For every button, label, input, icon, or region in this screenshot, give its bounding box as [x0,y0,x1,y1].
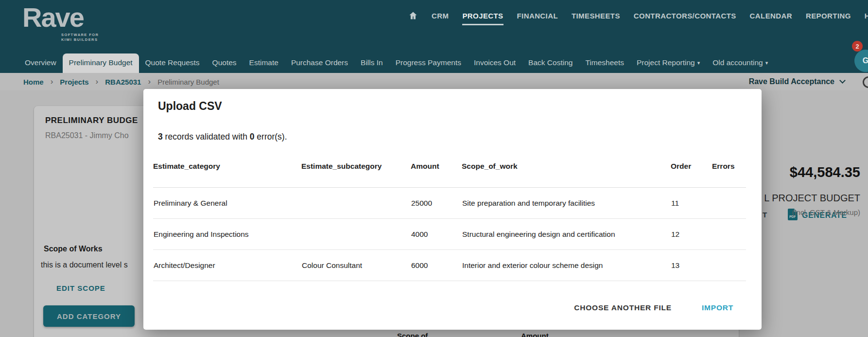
project-tab-label: Quotes [212,58,237,67]
cell-order: 11 [671,188,712,219]
project-tab[interactable]: Project Reporting▾ [630,53,706,73]
project-tab[interactable]: Back Costing▾ [522,53,579,73]
table-header-cell: Order [671,157,712,188]
project-tab-label: Back Costing [528,58,573,67]
cell-scope-of-work: Interior and exterior colour scheme desi… [462,250,671,281]
home-icon[interactable] [408,11,418,20]
cell-scope-of-work: Structural engineering design and certif… [462,219,671,250]
dropdown-caret-icon: ▾ [765,60,768,66]
project-tab[interactable]: Timesheets▾ [579,53,630,73]
summary-text: records validated with [165,132,247,142]
project-tab[interactable]: Invoices Out▾ [468,53,522,73]
top-nav-item[interactable]: TIMESHEETS [572,12,620,20]
table-header-cell: Estimate_subcategory [301,157,411,188]
project-tab[interactable]: Old accounting▾ [706,53,774,73]
notification-badge[interactable]: 2 [852,41,863,52]
project-tab[interactable]: Estimate▾ [243,53,285,73]
table-header-cell: Amount [411,157,462,188]
modal-title: Upload CSV [158,100,222,113]
cell-amount: 6000 [411,250,462,281]
top-nav-item[interactable]: CRM [432,12,449,20]
project-tab[interactable]: Purchase Orders▾ [285,53,354,73]
records-count: 3 [158,132,163,142]
cell-estimate-subcategory [301,188,411,219]
cell-order: 13 [671,250,712,281]
logo-tagline: SOFTWARE FOR KIWI BUILDERS [22,33,99,42]
project-tab-label: Old accounting [712,58,763,67]
top-nav-item[interactable]: CALENDAR [750,12,792,20]
top-header: Rave SOFTWARE FOR KIWI BUILDERS CRM PROJ… [0,0,868,73]
upload-csv-modal: Upload CSV 3 records validated with 0 er… [143,89,762,330]
project-tab-label: Preliminary Budget [69,58,133,67]
top-nav-item[interactable]: H [865,12,868,20]
cell-amount: 4000 [411,219,462,250]
project-tab-label: Overview [25,58,56,67]
rave-logo[interactable]: Rave SOFTWARE FOR KIWI BUILDERS [22,4,99,42]
logo-text: Rave [22,4,99,31]
import-button[interactable]: IMPORT [701,300,734,316]
project-tabs: Overview▾ Preliminary Budget▾ Quote Requ… [18,53,774,73]
project-tab[interactable]: Bills In▾ [354,53,389,73]
cell-estimate-subcategory: Colour Consultant [301,250,411,281]
cell-errors [712,250,746,281]
errors-count: 0 [250,132,255,142]
project-tab-label: Estimate [249,58,278,67]
project-tab-label: Purchase Orders [291,58,348,67]
dropdown-caret-icon: ▾ [697,60,700,66]
project-tab[interactable]: Overview▾ [18,53,63,73]
table-header-cell: Scope_of_work [462,157,671,188]
summary-suffix: error(s). [257,132,287,142]
project-tab-label: Progress Payments [396,58,461,67]
cell-errors [712,219,746,250]
project-tab-label: Invoices Out [474,58,516,67]
cell-estimate-subcategory [301,219,411,250]
cell-errors [712,188,746,219]
logo-tagline-line1: SOFTWARE FOR [61,33,99,37]
cell-order: 12 [671,219,712,250]
top-nav-item[interactable]: REPORTING [806,12,851,20]
table-header-cell: Estimate_category [153,157,301,188]
cell-estimate-category: Architect/Designer [153,250,301,281]
top-nav: CRM PROJECTS FINANCIAL TIMESHEETS CONTRA… [408,11,868,20]
csv-preview-table: Estimate_categoryEstimate_subcategoryAmo… [153,157,746,281]
top-nav-item[interactable]: CONTRACTORS/CONTACTS [634,12,736,20]
project-tab-label: Timesheets [585,58,624,67]
cell-scope-of-work: Site preparation and temporary facilitie… [462,188,671,219]
logo-tagline-line2: KIWI BUILDERS [61,37,99,42]
project-tab-label: Project Reporting [637,58,695,67]
table-row: Architect/Designer Colour Consultant 600… [153,250,746,281]
project-tab[interactable]: Progress Payments▾ [389,53,468,73]
top-nav-item[interactable]: FINANCIAL [517,12,558,20]
cell-amount: 25000 [411,188,462,219]
project-tab[interactable]: Preliminary Budget▾ [63,53,139,73]
project-tab-label: Quote Requests [145,58,200,67]
table-row: Engineering and Inspections 4000 Structu… [153,219,746,250]
validation-summary: 3 records validated with 0 error(s). [158,132,287,142]
choose-another-file-button[interactable]: CHOOSE ANOTHER FILE [573,300,673,316]
modal-actions: CHOOSE ANOTHER FILE IMPORT [573,300,734,316]
table-header-cell: Errors [712,157,746,188]
table-row: Preliminary & General 25000 Site prepara… [153,188,746,219]
cell-estimate-category: Engineering and Inspections [153,219,301,250]
cell-estimate-category: Preliminary & General [153,188,301,219]
table-header-row: Estimate_categoryEstimate_subcategoryAmo… [153,157,746,188]
top-nav-item[interactable]: PROJECTS [462,12,503,25]
project-tab[interactable]: Quotes▾ [206,53,243,73]
project-tab[interactable]: Quote Requests▾ [139,53,206,73]
project-tab-label: Bills In [361,58,383,67]
app-window: Rave SOFTWARE FOR KIWI BUILDERS CRM PROJ… [0,0,868,337]
